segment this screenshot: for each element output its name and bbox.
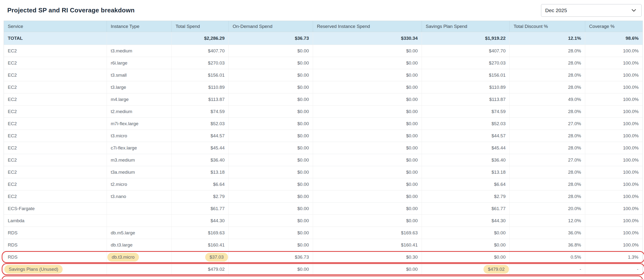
cell-instance_type: t3a.medium — [107, 166, 172, 178]
cell-total_discount: 0.5% — [510, 251, 585, 263]
cell-on_demand_spend: $36.73 — [229, 32, 313, 45]
column-header-ri_spend: Reserved Instance Spend — [313, 21, 422, 32]
cell-coverage: 1.3% — [585, 251, 642, 263]
cell-total_discount: 36.0% — [510, 227, 585, 239]
column-header-service: Service — [4, 21, 107, 32]
cell-service: EC2 — [4, 118, 107, 130]
cell-service: RDS — [4, 239, 107, 251]
column-header-sp_spend: Savings Plan Spend — [422, 21, 510, 32]
cell-service: RDS — [4, 251, 107, 263]
coverage-table: ServiceInstance TypeTotal SpendOn-Demand… — [4, 21, 643, 275]
cell-sp_spend: $479.02 — [422, 263, 510, 275]
cell-coverage: 100.0% — [585, 93, 642, 105]
cell-coverage: 100.0% — [585, 166, 642, 178]
table-row: Savings Plans (Unused)$479.02$0.00$0.00$… — [4, 263, 642, 275]
cell-on_demand_spend: $36.73 — [229, 251, 313, 263]
cell-total_spend: $74.59 — [172, 106, 229, 117]
cell-total_spend: $169.63 — [172, 227, 229, 239]
cell-instance_type: r6i.large — [107, 57, 172, 69]
table-row: EC2m4.large$113.87$0.00$0.00$113.8749.0%… — [4, 93, 642, 105]
cell-coverage: 100.0% — [585, 190, 642, 202]
cell-sp_spend: $113.87 — [422, 93, 510, 105]
cell-instance_type: t3.medium — [107, 45, 172, 57]
cell-service: TOTAL — [4, 32, 107, 45]
cell-total_spend: $44.30 — [172, 215, 229, 227]
table-row: EC2t3.nano$2.79$0.00$0.00$2.7928.0%100.0… — [4, 190, 642, 202]
cell-instance_type: db.t3.large — [107, 239, 172, 251]
cell-service: ECS-Fargate — [4, 203, 107, 215]
cell-coverage: 100.0% — [585, 130, 642, 142]
cell-on_demand_spend: $0.00 — [229, 239, 313, 251]
period-dropdown-value: Dec 2025 — [545, 7, 567, 13]
cell-instance_type: t2.medium — [107, 106, 172, 117]
cell-sp_spend: $61.77 — [422, 203, 510, 215]
cell-service: EC2 — [4, 93, 107, 105]
cell-service: EC2 — [4, 57, 107, 69]
total-row: TOTAL$2,286.29$36.73$330.34$1,919.2212.1… — [4, 32, 642, 45]
highlight-mark: $479.02 — [484, 265, 509, 274]
cell-sp_spend: $0.00 — [422, 227, 510, 239]
cell-total_spend: $110.89 — [172, 81, 229, 93]
cell-on_demand_spend: $0.00 — [229, 203, 313, 215]
cell-coverage: 100.0% — [585, 45, 642, 57]
cell-sp_spend: $110.89 — [422, 81, 510, 93]
cell-ri_spend: $0.00 — [313, 166, 422, 178]
cell-total_spend: $270.03 — [172, 57, 229, 69]
cell-coverage: - — [585, 263, 642, 275]
cell-total_spend: $37.03 — [172, 251, 229, 263]
cell-total_spend: $61.77 — [172, 203, 229, 215]
highlight-mark: db.t3.micro — [107, 253, 139, 262]
cell-coverage: 100.0% — [585, 118, 642, 130]
cell-ri_spend: $0.00 — [313, 178, 422, 190]
cell-service: Lambda — [4, 215, 107, 227]
cell-sp_spend: $44.30 — [422, 215, 510, 227]
column-header-total_discount: Total Discount % — [510, 21, 585, 32]
page-title: Projected SP and RI Coverage breakdown — [7, 6, 134, 14]
cell-ri_spend: $330.34 — [313, 32, 422, 45]
cell-instance_type: t3.micro — [107, 130, 172, 142]
column-header-instance_type: Instance Type — [107, 21, 172, 32]
cell-on_demand_spend: $0.00 — [229, 81, 313, 93]
cell-total_discount: 28.0% — [510, 190, 585, 202]
cell-ri_spend: $0.00 — [313, 154, 422, 166]
cell-coverage: 100.0% — [585, 154, 642, 166]
cell-instance_type: db.t3.micro — [107, 251, 172, 263]
cell-sp_spend: $52.03 — [422, 118, 510, 130]
cell-total_spend: $45.44 — [172, 142, 229, 154]
cell-total_discount: 28.0% — [510, 130, 585, 142]
cell-total_spend: $52.03 — [172, 118, 229, 130]
cell-total_spend: $36.40 — [172, 154, 229, 166]
cell-total_spend: $44.57 — [172, 130, 229, 142]
cell-sp_spend: $45.44 — [422, 142, 510, 154]
cell-service: EC2 — [4, 154, 107, 166]
cell-total_discount: 49.0% — [510, 93, 585, 105]
cell-total_discount: 28.0% — [510, 69, 585, 81]
cell-total_discount: 36.8% — [510, 239, 585, 251]
table-row: EC2m7i-flex.large$52.03$0.00$0.00$52.032… — [4, 117, 642, 130]
cell-ri_spend: $160.41 — [313, 239, 422, 251]
cell-sp_spend: $156.01 — [422, 69, 510, 81]
table-header-row: ServiceInstance TypeTotal SpendOn-Demand… — [4, 21, 642, 32]
cell-total_spend: $479.02 — [172, 263, 229, 275]
cell-service: EC2 — [4, 166, 107, 178]
cell-total_spend: $13.18 — [172, 166, 229, 178]
cell-sp_spend: $44.57 — [422, 130, 510, 142]
cell-sp_spend: $1,919.22 — [422, 32, 510, 45]
table-row: ECS-Fargate$61.77$0.00$0.00$61.7720.0%10… — [4, 202, 642, 215]
cell-on_demand_spend: $0.00 — [229, 227, 313, 239]
period-dropdown[interactable]: Dec 2025 — [541, 4, 642, 17]
cell-sp_spend: $36.40 — [422, 154, 510, 166]
table-row: EC2r6i.large$270.03$0.00$0.00$270.0328.0… — [4, 57, 642, 69]
table-row: EC2c7i-flex.large$45.44$0.00$0.00$45.442… — [4, 142, 642, 154]
cell-coverage: 100.0% — [585, 178, 642, 190]
cell-total_discount: 28.0% — [510, 106, 585, 117]
page: Projected SP and RI Coverage breakdown D… — [0, 0, 644, 279]
cell-coverage: 100.0% — [585, 81, 642, 93]
cell-instance_type — [107, 32, 172, 45]
cell-coverage: 100.0% — [585, 239, 642, 251]
cell-on_demand_spend: $0.00 — [229, 106, 313, 117]
cell-on_demand_spend: $0.00 — [229, 178, 313, 190]
cell-ri_spend: $0.00 — [313, 263, 422, 275]
cell-ri_spend: $0.00 — [313, 81, 422, 93]
cell-service: Savings Plans (Unused) — [4, 263, 107, 275]
